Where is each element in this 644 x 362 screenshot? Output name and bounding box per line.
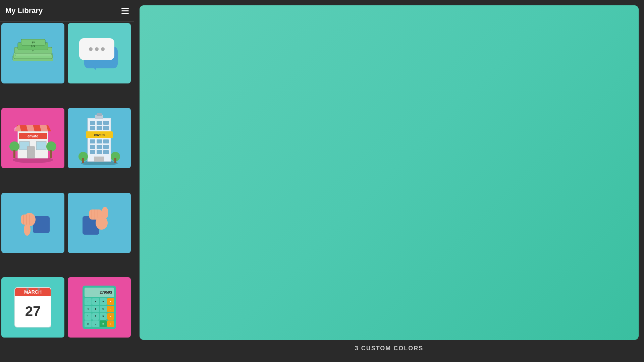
svg-rect-50	[94, 157, 104, 162]
svg-rect-30	[97, 121, 102, 125]
svg-rect-31	[103, 121, 109, 125]
svg-rect-54	[21, 215, 34, 225]
bottom-bar: 3 CUSTOM COLORS	[140, 340, 639, 357]
custom-colors-label: 3 CUSTOM COLORS	[355, 345, 424, 352]
svg-rect-34	[103, 126, 109, 130]
svg-rect-21	[13, 150, 15, 158]
preview-canvas	[140, 5, 639, 340]
calendar-header: MARCH	[15, 288, 51, 296]
main-area: 3 CUSTOM COLORS	[134, 0, 644, 362]
svg-rect-43	[103, 150, 109, 154]
library-item-thumbsup[interactable]	[68, 193, 131, 253]
library-item-building[interactable]: envato	[68, 108, 131, 168]
svg-rect-47	[82, 158, 84, 163]
svg-rect-23	[50, 150, 52, 158]
svg-rect-32	[90, 126, 95, 130]
calc-buttons: 7 8 9 + 4 5 6 - 1 2 3 × 0 . =	[85, 298, 114, 327]
svg-rect-40	[103, 145, 109, 149]
svg-rect-18	[36, 141, 46, 150]
svg-text:envato: envato	[94, 133, 105, 137]
svg-point-53	[24, 224, 31, 236]
hamburger-menu-icon[interactable]	[121, 8, 129, 14]
svg-rect-33	[97, 126, 102, 130]
svg-rect-41	[90, 150, 95, 154]
svg-point-64	[96, 216, 108, 230]
svg-rect-38	[90, 145, 95, 149]
library-item-calendar[interactable]: MARCH 27	[1, 277, 64, 338]
svg-text:envato: envato	[28, 134, 38, 138]
thumbs-up-icon	[77, 203, 121, 243]
calendar-day: 27	[15, 296, 51, 327]
library-item-calculator[interactable]: 27959$ 7 8 9 + 4 5 6 - 1 2 3 ×	[68, 277, 131, 338]
svg-rect-19	[27, 146, 35, 158]
thumbs-down-icon	[11, 203, 55, 243]
svg-rect-37	[103, 139, 109, 143]
svg-rect-36	[97, 139, 102, 143]
svg-rect-45	[97, 113, 102, 116]
library-item-money[interactable]: $ $ $ $$	[1, 23, 64, 83]
building-icon: envato	[76, 111, 123, 165]
store-icon: envato	[9, 113, 56, 163]
library-item-store[interactable]: envato	[1, 108, 64, 168]
calc-screen: 27959$	[85, 288, 114, 297]
svg-rect-39	[97, 145, 102, 149]
svg-rect-42	[97, 150, 102, 154]
calculator-display: 27959$ 7 8 9 + 4 5 6 - 1 2 3 ×	[83, 286, 116, 329]
svg-text:$$: $$	[32, 41, 35, 44]
sidebar: My Library $ $ $	[0, 0, 134, 362]
library-grid: $ $ $ $$	[0, 22, 134, 362]
svg-rect-29	[90, 121, 95, 125]
sidebar-header: My Library	[0, 0, 134, 22]
library-item-thumbsdown[interactable]	[1, 193, 64, 253]
library-item-chat[interactable]	[68, 23, 131, 83]
calendar-display: MARCH 27	[14, 287, 51, 327]
money-icon: $ $ $ $$	[11, 37, 55, 70]
svg-rect-49	[114, 158, 116, 163]
svg-rect-35	[90, 139, 95, 143]
sidebar-title: My Library	[5, 6, 43, 15]
